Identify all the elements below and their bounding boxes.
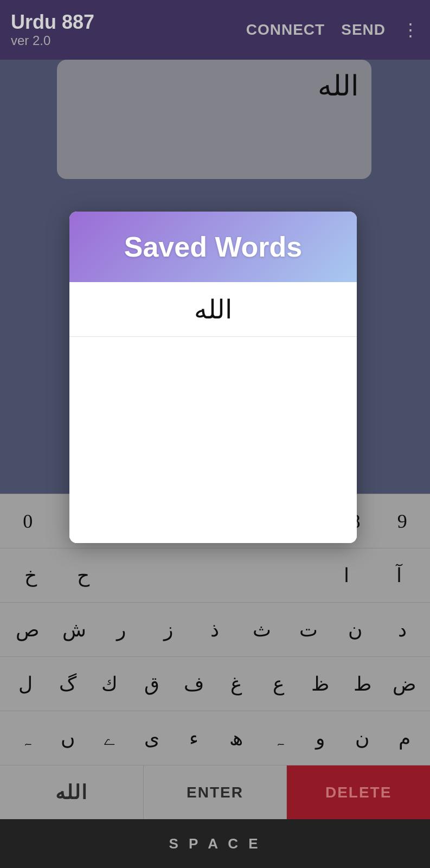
dialog-header: Saved Words	[69, 212, 357, 282]
dialog-body: الله	[69, 282, 357, 543]
saved-words-dialog: Saved Words الله	[69, 212, 357, 543]
app-background: Urdu 887 ver 2.0 CONNECT SEND ⋮ الله 0 1…	[0, 0, 430, 868]
dialog-empty-area	[69, 337, 357, 543]
dialog-title: Saved Words	[124, 231, 302, 263]
saved-word-0: الله	[194, 294, 232, 324]
saved-word-row-0[interactable]: الله	[69, 282, 357, 337]
